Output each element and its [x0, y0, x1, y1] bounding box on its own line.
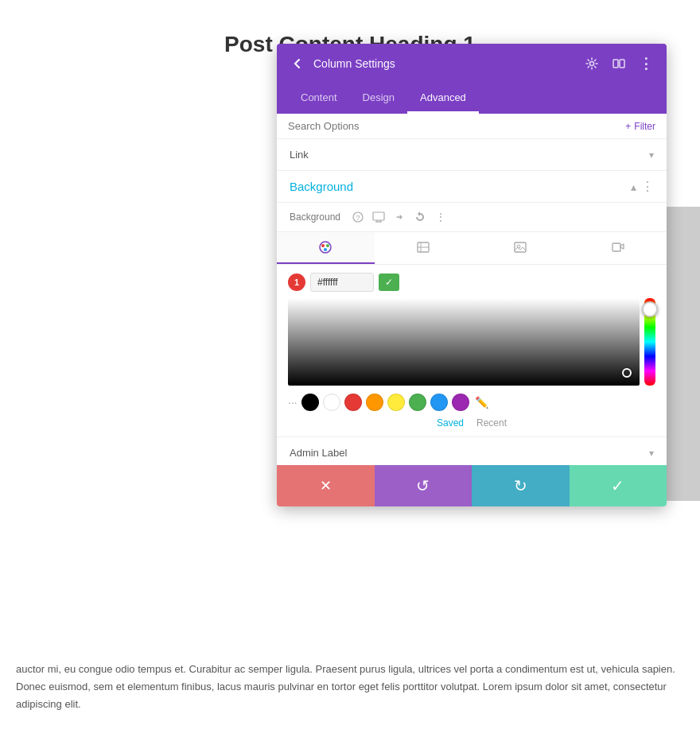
page-text-bottom: auctor mi, eu congue odio tempus et. Cur…	[0, 653, 700, 721]
admin-label: Admin Label	[290, 447, 347, 459]
link-label: Link	[290, 149, 309, 161]
save-button[interactable]: ✓	[570, 465, 667, 506]
svg-rect-1	[613, 60, 618, 68]
panel-tabs: Content Design Advanced	[277, 83, 667, 114]
svg-rect-18	[612, 243, 620, 251]
bg-sub-icons: ?	[350, 209, 449, 225]
bg-more-icon[interactable]: ⋮	[641, 179, 654, 194]
hue-slider[interactable]	[644, 298, 655, 386]
saturation-box[interactable]	[288, 298, 640, 386]
swatch-more-button[interactable]: ···	[288, 396, 298, 409]
search-bar: + Filter	[277, 114, 667, 139]
back-icon[interactable]	[288, 54, 307, 73]
swatch-blue[interactable]	[430, 394, 448, 411]
swatch-black[interactable]	[301, 394, 319, 411]
swatch-purple[interactable]	[452, 394, 469, 411]
background-title: Background	[290, 180, 353, 193]
bg-sub-controls: Background ?	[277, 203, 667, 232]
cancel-button[interactable]: ✕	[277, 465, 375, 506]
swatch-green[interactable]	[409, 394, 426, 411]
panel-header-left: Column Settings	[288, 54, 395, 73]
bg-arrow-icon[interactable]	[391, 209, 407, 225]
swatch-orange[interactable]	[366, 394, 383, 411]
gray-side-panel	[664, 207, 700, 501]
bg-type-color[interactable]	[277, 232, 375, 264]
color-picker: 1 ✓ ···	[277, 265, 667, 436]
columns-icon[interactable]	[609, 54, 628, 73]
column-settings-panel: Column Settings ⋮ Content	[277, 44, 667, 506]
recent-button[interactable]: Recent	[476, 417, 507, 429]
admin-label-section[interactable]: Admin Label ▾	[277, 436, 667, 468]
svg-rect-2	[620, 60, 624, 68]
hue-thumb[interactable]	[642, 301, 658, 317]
swatch-red[interactable]	[344, 394, 362, 411]
hex-input-row: 1 ✓	[288, 273, 655, 292]
admin-chevron-icon: ▾	[649, 448, 654, 459]
swatch-white[interactable]	[323, 394, 340, 411]
saved-button[interactable]: Saved	[437, 417, 464, 429]
saved-recent-row: Saved Recent	[288, 417, 655, 429]
svg-point-0	[590, 62, 594, 66]
tab-design[interactable]: Design	[350, 83, 407, 114]
swatch-pencil-icon[interactable]: ✏️	[473, 394, 491, 411]
color-swatches-row: ··· ✏️	[288, 390, 655, 416]
filter-button[interactable]: + Filter	[625, 121, 655, 132]
panel-header: Column Settings ⋮	[277, 44, 667, 83]
svg-point-12	[324, 248, 327, 251]
panel-title: Column Settings	[313, 57, 395, 70]
step-badge: 1	[288, 273, 305, 291]
bg-collapse-icon[interactable]: ▴	[631, 180, 636, 193]
background-section-header: Background ▴ ⋮	[277, 171, 667, 203]
action-bar: ✕ ↺ ↻ ✓	[277, 465, 667, 506]
link-chevron-icon: ▾	[649, 149, 654, 161]
more-options-icon[interactable]: ⋮	[636, 54, 655, 73]
bg-reset-icon[interactable]	[412, 209, 428, 225]
bg-type-gradient[interactable]	[375, 232, 472, 264]
bg-sub-label: Background	[290, 211, 340, 223]
bg-desktop-icon[interactable]	[371, 209, 387, 225]
bg-type-image[interactable]	[472, 232, 570, 264]
bg-type-tabs	[277, 232, 667, 265]
tab-advanced[interactable]: Advanced	[407, 83, 479, 114]
saturation-crosshair[interactable]	[622, 368, 632, 378]
search-input[interactable]	[288, 120, 447, 132]
tab-content[interactable]: Content	[288, 83, 350, 114]
hex-input[interactable]	[310, 273, 374, 292]
svg-rect-5	[373, 212, 384, 220]
link-section[interactable]: Link ▾	[277, 139, 667, 171]
hex-confirm-button[interactable]: ✓	[379, 273, 399, 291]
settings-icon[interactable]	[582, 54, 601, 73]
svg-point-10	[321, 244, 325, 247]
bg-type-video[interactable]	[570, 232, 667, 264]
bg-overflow-icon[interactable]: ⋮	[433, 209, 449, 225]
reset-button[interactable]: ↺	[375, 465, 472, 506]
gradient-with-hue	[288, 298, 655, 386]
panel-header-icons: ⋮	[582, 54, 655, 73]
swatch-yellow[interactable]	[387, 394, 405, 411]
plus-icon: +	[625, 121, 631, 132]
background-section-right: ▴ ⋮	[631, 179, 654, 194]
bg-help-icon[interactable]: ?	[350, 209, 366, 225]
svg-point-11	[326, 244, 329, 247]
svg-text:?: ?	[356, 214, 360, 222]
panel-content: Link ▾ Background ▴ ⋮ Background ?	[277, 139, 667, 506]
redo-button[interactable]: ↻	[472, 465, 570, 506]
